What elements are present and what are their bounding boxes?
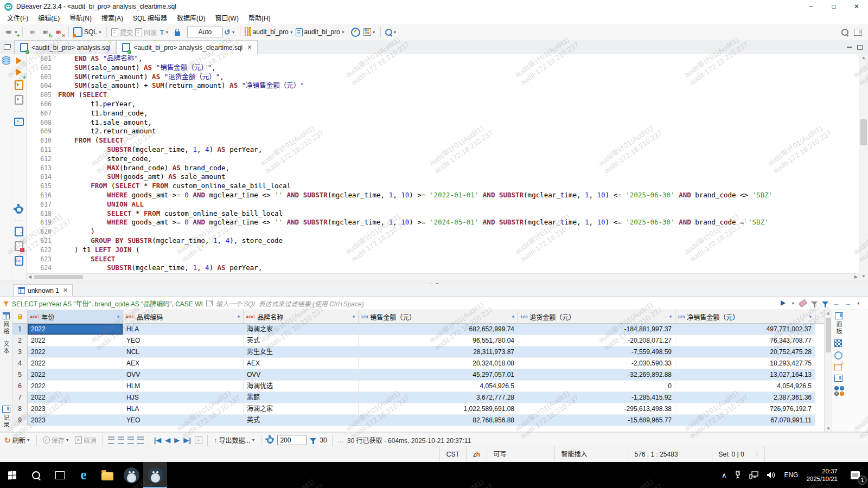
cell[interactable]: 海澜之家: [244, 403, 359, 415]
menu-item-5[interactable]: 数据库(D): [172, 13, 210, 24]
taskbar-search-icon[interactable]: [24, 462, 48, 488]
cell[interactable]: 18,293,427.75: [675, 358, 815, 369]
cell[interactable]: 67,078,991.11: [675, 415, 815, 426]
column-header-2[interactable]: ABC品牌编码▼: [123, 310, 244, 323]
presentation-tab-grid[interactable]: 网格: [2, 312, 10, 335]
schema-select[interactable]: audit_bi_pro▼: [295, 26, 346, 38]
filter-settings-icon[interactable]: [811, 301, 818, 305]
menu-item-1[interactable]: 编辑(E): [33, 13, 65, 24]
settings-gear-icon[interactable]: [15, 206, 23, 214]
cell[interactable]: 英式: [244, 335, 359, 346]
transaction-log-button[interactable]: T▼: [158, 26, 171, 38]
export-data-button[interactable]: ↑导出数据...▼: [213, 434, 256, 446]
column-filter-icon[interactable]: ▼: [511, 314, 515, 319]
cell[interactable]: 76,343,708.77: [675, 335, 815, 346]
next-page-icon[interactable]: ▶: [174, 436, 180, 444]
restore-view-icon[interactable]: [4, 44, 10, 50]
open-console-icon[interactable]: >_: [14, 118, 24, 126]
rollback-button[interactable]: 回滚: [134, 26, 158, 38]
cell[interactable]: 2022: [28, 381, 123, 392]
row-number[interactable]: 3: [12, 346, 28, 358]
maximize-editor-icon[interactable]: [857, 45, 863, 50]
volume-tray-icon[interactable]: [763, 462, 780, 488]
cell[interactable]: HLA: [123, 324, 244, 335]
cell[interactable]: 2022: [28, 358, 123, 369]
clear-filter-icon[interactable]: [799, 299, 808, 307]
action-center-icon[interactable]: 1: [842, 462, 868, 488]
cell[interactable]: -2,030,590.33: [518, 358, 675, 369]
column-filter-icon[interactable]: ▼: [352, 314, 356, 319]
last-page-icon[interactable]: ▶|: [183, 436, 191, 444]
commit-button[interactable]: 提交: [110, 26, 134, 38]
cell[interactable]: -15,689,965.77: [518, 415, 675, 426]
panels-toggle[interactable]: 面板: [834, 312, 843, 335]
reconnect-icon[interactable]: ↻: [39, 26, 52, 38]
menu-item-3[interactable]: 搜索(A): [97, 13, 128, 24]
execute-script-icon[interactable]: [15, 80, 23, 90]
cell[interactable]: 2023: [28, 403, 123, 415]
cell[interactable]: 13,027,164.13: [675, 369, 815, 381]
cell[interactable]: 海澜之家: [244, 324, 359, 335]
filter-dropdown-icon[interactable]: ▼: [791, 301, 795, 305]
transaction-history-button[interactable]: ↺▼: [223, 26, 237, 38]
history-back-icon[interactable]: ←: [833, 300, 840, 307]
cell[interactable]: 2022: [28, 324, 123, 335]
tab-close-icon[interactable]: ✕: [247, 44, 252, 51]
cell[interactable]: 4,054,926.5: [675, 381, 815, 392]
cell[interactable]: 海澜优选: [244, 381, 359, 392]
cell[interactable]: -184,881,997.37: [518, 324, 675, 335]
execute-new-tab-icon[interactable]: +: [16, 69, 22, 75]
row-number[interactable]: 9: [12, 415, 28, 426]
results-tab-close-icon[interactable]: ✕: [63, 287, 68, 294]
sql-editor-button[interactable]: SQL▼: [72, 26, 103, 38]
editor-results-splitter[interactable]: ▲▼: [0, 280, 868, 284]
row-number[interactable]: 4: [12, 358, 28, 369]
menu-item-6[interactable]: 窗口(W): [210, 13, 244, 24]
tray-expand-icon[interactable]: ∧: [718, 462, 731, 488]
usb-tray-icon[interactable]: [730, 462, 745, 488]
presentation-tab-text[interactable]: 文本: [2, 341, 10, 355]
save-button[interactable]: ✓保存▼: [42, 434, 71, 446]
connect-icon[interactable]: [26, 26, 39, 38]
file-explorer-icon[interactable]: [95, 462, 119, 488]
cancel-button[interactable]: ✕取消: [74, 434, 98, 446]
lock-icon[interactable]: [171, 26, 184, 38]
column-header-6[interactable]: 123净销售金额（元）▼: [675, 310, 815, 323]
prev-page-icon[interactable]: ◀: [165, 436, 170, 444]
cell[interactable]: YEO: [123, 335, 244, 346]
cell[interactable]: HLM: [123, 381, 244, 392]
column-header-1[interactable]: ABC年份▼: [28, 310, 123, 323]
cell[interactable]: OVV: [123, 369, 244, 381]
cell[interactable]: 45,297,057.01: [359, 369, 518, 381]
row-number[interactable]: 7: [12, 392, 28, 403]
cell[interactable]: YEO: [123, 415, 244, 426]
cell[interactable]: 0: [518, 381, 675, 392]
script-errors-icon[interactable]: [15, 241, 23, 251]
explain-plan-icon[interactable]: [15, 95, 23, 105]
menu-item-7[interactable]: 帮助(H): [244, 13, 276, 24]
cell[interactable]: -20,208,071.27: [518, 335, 675, 346]
custom-filter-icon[interactable]: [822, 301, 828, 305]
column-header-5[interactable]: 123退货金额（元）▼: [518, 310, 675, 323]
database-navigator-icon[interactable]: [2, 56, 9, 63]
layout-button[interactable]: ▼: [362, 26, 377, 38]
delete-row-icon[interactable]: [137, 436, 144, 444]
zoom-buttons[interactable]: −+✕=: [834, 386, 844, 396]
cell[interactable]: 726,976,192.7: [675, 403, 815, 415]
column-header-4[interactable]: 123销售金额（元）▼: [359, 310, 518, 323]
edge-icon[interactable]: e: [72, 462, 95, 488]
close-icon[interactable]: ✕: [845, 0, 868, 13]
filter-menu-icon[interactable]: ▼: [857, 301, 860, 305]
row-number[interactable]: 5: [12, 369, 28, 381]
fetch-size-input[interactable]: [277, 435, 307, 445]
minimize-editor-icon[interactable]: [847, 47, 852, 48]
column-header-3[interactable]: ABC品牌名称▼: [244, 310, 359, 323]
overflow-menu-icon[interactable]: …: [337, 436, 344, 444]
tab-analysis-sql[interactable]: <audit_bi_pro> analysis.sql: [14, 40, 116, 54]
edit-row-icon[interactable]: [108, 436, 114, 444]
grid-settings-icon[interactable]: [267, 437, 273, 444]
metadata-panel-icon[interactable]: [834, 351, 843, 359]
expand-filter-icon[interactable]: [206, 300, 213, 306]
perspective-button[interactable]: [851, 26, 864, 38]
cell[interactable]: 1,022,589,691.08: [359, 403, 518, 415]
